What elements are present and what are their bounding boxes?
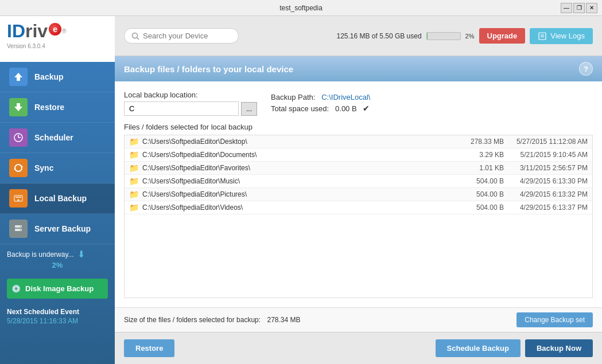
file-path: C:\Users\SoftpediaEditor\Music\ [142,177,455,185]
verify-icon: ✔ [363,104,370,113]
nav-item-backup[interactable]: Backup [0,62,115,92]
view-logs-button[interactable]: View Logs [530,28,593,44]
storage-fill [427,33,428,40]
file-path: C:\Users\SoftpediaEditor\Documents\ [142,151,455,159]
backup-now-button[interactable]: Backup Now [525,339,593,357]
folder-icon: 📁 [129,150,139,159]
restore-nav-label: Restore [34,103,64,112]
file-size: 278.33 MB [458,138,504,146]
view-logs-icon [538,32,547,41]
file-date: 4/29/2015 6:13:32 PM [507,190,588,198]
svg-marker-1 [14,103,22,111]
nav-item-local-backup[interactable]: Local Backup [0,183,115,214]
scheduler-nav-label: Scheduler [34,133,73,142]
svg-marker-6 [14,168,16,170]
total-space-value: 0.00 B [335,104,357,113]
backup-path-row: Backup Path: C:\IDriveLocal\ [271,93,370,101]
file-date: 4/29/2015 6:13:30 PM [507,177,588,185]
table-row[interactable]: 📁 C:\Users\SoftpediaEditor\Favorites\ 1.… [125,162,592,175]
search-icon [131,32,139,40]
file-size: 504.00 B [458,177,504,185]
backup-path-label: Backup Path: [271,93,315,101]
disk-image-label: Disk Image Backup [25,284,94,293]
folder-icon: 📁 [129,203,139,212]
help-button[interactable]: ? [579,62,593,76]
upgrade-button[interactable]: Upgrade [479,28,526,44]
change-backup-button[interactable]: Change Backup set [516,312,593,327]
svg-point-14 [133,33,138,38]
table-row[interactable]: 📁 C:\Users\SoftpediaEditor\Videos\ 504.0… [125,201,592,214]
scheduler-nav-icon [9,128,28,147]
svg-point-13 [20,229,21,230]
svg-point-12 [20,226,21,227]
file-path: C:\Users\SoftpediaEditor\Desktop\ [142,138,455,146]
next-event-label: Next Scheduled Event [7,308,108,316]
table-row[interactable]: 📁 C:\Users\SoftpediaEditor\Pictures\ 504… [125,188,592,201]
svg-marker-5 [21,166,23,168]
location-label: Local backup location: [124,91,257,99]
files-table: 📁 C:\Users\SoftpediaEditor\Desktop\ 278.… [124,135,593,298]
table-row[interactable]: 📁 C:\Users\SoftpediaEditor\Desktop\ 278.… [125,135,592,148]
total-size-value: 278.34 MB [267,316,300,324]
search-box[interactable] [124,28,239,44]
next-scheduled-event: Next Scheduled Event 5/28/2015 11:16:33 … [7,308,108,325]
schedule-backup-button[interactable]: Schedule Backup [436,339,521,357]
file-size: 504.00 B [458,190,504,198]
restore-button[interactable]: Restore [124,339,174,357]
file-path: C:\Users\SoftpediaEditor\Favorites\ [142,164,455,172]
logo-version: Version 6.3.0.4 [7,43,45,49]
location-input[interactable] [124,101,239,116]
file-size: 1.01 KB [458,164,504,172]
files-label: Files / folders selected for local backu… [124,123,593,131]
nav-item-sync[interactable]: Sync [0,153,115,183]
file-date: 5/21/2015 9:10:45 AM [507,151,588,159]
svg-rect-16 [539,33,546,40]
restore-nav-icon [9,98,28,116]
svg-point-9 [18,199,20,201]
total-space-row: Total space used: 0.00 B ✔ [271,104,370,113]
table-row[interactable]: 📁 C:\Users\SoftpediaEditor\Music\ 504.00… [125,175,592,188]
window-title: test_softpedia [279,4,323,12]
restore-button[interactable]: ❐ [573,3,585,13]
nav-item-server-backup[interactable]: Server Backup [0,214,115,244]
folder-icon: 📁 [129,163,139,173]
nav-item-restore[interactable]: Restore [0,92,115,123]
folder-icon: 📁 [129,190,139,199]
backup-status-icon[interactable]: ⬇ [77,249,85,260]
server-backup-nav-icon [9,220,28,238]
folder-icon: 📁 [129,177,139,186]
nav-item-scheduler[interactable]: Scheduler [0,123,115,153]
svg-rect-8 [15,197,21,198]
server-backup-nav-label: Server Backup [34,224,91,233]
file-path: C:\Users\SoftpediaEditor\Videos\ [142,203,455,212]
backup-path-link[interactable]: C:\IDriveLocal\ [321,93,370,101]
total-space-label: Total space used: [271,104,329,113]
search-input[interactable] [143,32,223,40]
storage-text: 125.16 MB of 5.50 GB used [337,32,422,40]
backup-status: Backup is underway... ⬇ 2% [7,249,108,269]
file-size: 504.00 B [458,203,504,212]
view-logs-label: View Logs [550,32,585,40]
table-row[interactable]: 📁 C:\Users\SoftpediaEditor\Documents\ 3.… [125,148,592,162]
disk-image-backup-button[interactable]: 💿 Disk Image Backup [7,279,108,299]
backup-nav-icon [9,68,28,86]
file-path: C:\Users\SoftpediaEditor\Pictures\ [142,190,455,198]
sync-nav-icon [9,159,28,177]
close-button[interactable]: ✕ [586,3,597,13]
minimize-button[interactable]: — [561,3,572,13]
local-backup-nav-label: Local Backup [34,194,87,203]
sync-nav-label: Sync [34,163,53,173]
storage-bar [426,32,461,40]
next-event-time: 5/28/2015 11:16:33 AM [7,317,108,325]
svg-marker-0 [14,73,22,81]
folder-icon: 📁 [129,137,139,146]
file-size: 3.29 KB [458,151,504,159]
backup-status-text: Backup is underway... [7,251,74,259]
browse-button[interactable]: ... [241,102,257,116]
storage-pct: 2% [465,33,475,40]
size-label: Size of the files / folders selected for… [124,316,261,324]
section-header: Backup files / folders to your local dev… [115,56,602,81]
file-date: 4/29/2015 6:13:37 PM [507,203,588,212]
backup-percent: 2% [7,261,108,269]
logo-circle: e [49,23,61,36]
